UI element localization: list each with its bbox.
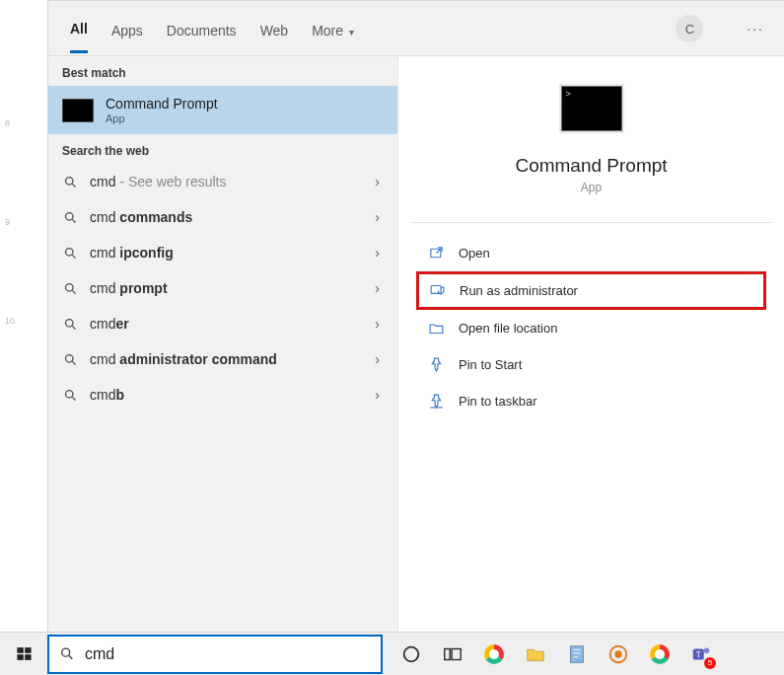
web-result-item[interactable]: cmd ipconfig › xyxy=(48,235,397,270)
web-result-item[interactable]: cmd commands › xyxy=(48,199,397,235)
action-run-as-administrator[interactable]: Run as administrator xyxy=(416,271,766,310)
search-body: Best match Command Prompt App Search the… xyxy=(48,56,784,632)
document-ruler: 8 9 10 xyxy=(0,0,16,632)
web-result-text: cmd commands xyxy=(90,209,192,225)
web-result-text: cmd prompt xyxy=(90,280,168,296)
web-result-text: cmd administrator command xyxy=(90,351,277,367)
action-open-file-location[interactable]: Open file location xyxy=(416,310,766,346)
search-icon xyxy=(59,646,75,662)
tab-apps[interactable]: Apps xyxy=(111,5,143,52)
taskbar-icons: T 5 xyxy=(400,643,712,665)
preview-subtitle: App xyxy=(581,181,602,194)
command-prompt-large-icon xyxy=(561,86,622,131)
web-result-item[interactable]: cmd administrator command › xyxy=(48,341,397,377)
preview-column: Command Prompt App Open Run as administr… xyxy=(398,56,784,632)
taskbar-search-box[interactable] xyxy=(47,635,383,674)
action-open[interactable]: Open xyxy=(416,235,766,271)
tab-all[interactable]: All xyxy=(70,3,88,53)
command-prompt-icon xyxy=(62,99,94,122)
search-icon xyxy=(62,245,78,261)
web-result-text: cmd ipconfig xyxy=(90,245,174,261)
chevron-right-icon: › xyxy=(375,351,380,367)
svg-point-20 xyxy=(615,651,621,657)
action-label: Pin to taskbar xyxy=(459,394,537,409)
taskbar-search-input[interactable] xyxy=(85,645,371,663)
action-pin-to-taskbar[interactable]: Pin to taskbar xyxy=(416,383,766,419)
chrome-alt-icon[interactable] xyxy=(649,643,671,665)
best-match-item[interactable]: Command Prompt App xyxy=(48,86,397,134)
action-label: Pin to Start xyxy=(459,357,522,372)
svg-rect-10 xyxy=(17,647,23,653)
tabs-right-controls: C ··· xyxy=(676,1,764,56)
web-result-item[interactable]: cmdb › xyxy=(48,377,397,412)
best-match-header: Best match xyxy=(48,56,397,86)
taskbar: T 5 xyxy=(0,632,784,675)
svg-point-23 xyxy=(704,647,710,653)
svg-point-6 xyxy=(65,354,73,362)
search-icon xyxy=(62,280,78,296)
search-icon xyxy=(62,209,78,225)
chevron-right-icon: › xyxy=(375,245,380,261)
chrome-icon[interactable] xyxy=(483,643,505,665)
svg-rect-16 xyxy=(445,648,451,659)
results-column: Best match Command Prompt App Search the… xyxy=(48,56,398,632)
ruler-tick: 10 xyxy=(5,316,15,326)
best-match-title: Command Prompt xyxy=(106,96,218,112)
preview-title: Command Prompt xyxy=(515,155,667,177)
chevron-right-icon: › xyxy=(375,316,380,332)
search-icon xyxy=(62,174,78,189)
shield-icon xyxy=(429,282,446,299)
svg-rect-17 xyxy=(452,648,461,659)
chevron-down-icon: ▾ xyxy=(349,27,354,38)
search-tabs: All Apps Documents Web More ▾ C ··· xyxy=(48,1,784,56)
svg-point-2 xyxy=(65,212,73,220)
tab-web[interactable]: Web xyxy=(260,5,289,52)
preview-actions: Open Run as administrator Open file loca… xyxy=(398,223,784,419)
task-view-icon[interactable] xyxy=(442,643,463,665)
search-web-header: Search the web xyxy=(48,134,397,164)
svg-rect-9 xyxy=(431,286,441,294)
svg-point-5 xyxy=(65,319,73,327)
windows-logo-icon xyxy=(16,645,33,662)
best-match-text: Command Prompt App xyxy=(106,96,218,124)
action-pin-to-start[interactable]: Pin to Start xyxy=(416,346,766,383)
web-result-text: cmder xyxy=(90,316,129,332)
web-result-text: cmd - See web results xyxy=(90,174,227,189)
web-result-item[interactable]: cmd prompt › xyxy=(48,270,397,306)
chevron-right-icon: › xyxy=(375,209,380,225)
start-button[interactable] xyxy=(0,633,47,676)
web-results-list: cmd - See web results › cmd commands › c… xyxy=(48,164,397,412)
svg-text:T: T xyxy=(696,649,701,658)
search-icon xyxy=(62,387,78,403)
windows-search-panel: All Apps Documents Web More ▾ C ··· Best… xyxy=(47,0,784,632)
action-label: Open xyxy=(459,246,490,261)
web-result-item[interactable]: cmder › xyxy=(48,306,397,341)
avatar[interactable]: C xyxy=(676,15,703,42)
open-icon xyxy=(428,245,445,262)
pin-taskbar-icon xyxy=(428,393,445,410)
file-explorer-icon[interactable] xyxy=(525,643,546,665)
svg-rect-18 xyxy=(571,645,584,662)
svg-point-7 xyxy=(65,390,73,398)
chevron-right-icon: › xyxy=(375,174,380,189)
action-label: Run as administrator xyxy=(460,283,578,298)
cortana-icon[interactable] xyxy=(400,643,422,665)
more-options-icon[interactable]: ··· xyxy=(747,21,764,37)
web-result-text: cmdb xyxy=(90,387,124,403)
svg-rect-13 xyxy=(25,654,31,660)
svg-point-3 xyxy=(65,248,73,256)
tab-documents[interactable]: Documents xyxy=(167,5,237,52)
teams-icon[interactable]: T 5 xyxy=(690,643,712,665)
vpn-icon[interactable] xyxy=(607,643,629,665)
chevron-right-icon: › xyxy=(375,280,380,296)
tab-more[interactable]: More ▾ xyxy=(312,5,354,52)
ruler-tick: 8 xyxy=(5,118,10,128)
svg-point-14 xyxy=(62,648,70,656)
notepad-icon[interactable] xyxy=(566,643,588,665)
svg-point-15 xyxy=(404,646,419,661)
web-result-item[interactable]: cmd - See web results › xyxy=(48,164,397,199)
search-icon xyxy=(62,316,78,332)
svg-rect-12 xyxy=(17,654,23,660)
svg-point-4 xyxy=(65,283,73,291)
chevron-right-icon: › xyxy=(375,387,380,403)
